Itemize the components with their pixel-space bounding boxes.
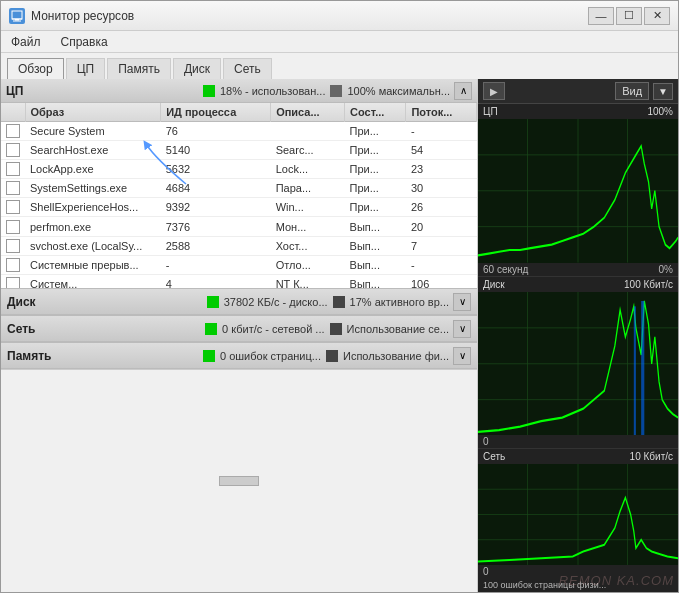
table-row[interactable]: LockApp.exe 5632 Lock... При... 23	[1, 160, 477, 179]
row-checkbox[interactable]	[6, 162, 20, 176]
cpu-expand-button[interactable]: ∧	[454, 82, 472, 100]
process-threads: 23	[406, 160, 477, 179]
tab-network[interactable]: Сеть	[223, 58, 272, 79]
svg-rect-7	[333, 296, 345, 308]
network-chart-title: Сеть	[483, 451, 505, 462]
svg-rect-2	[15, 19, 19, 21]
process-desc: Searc...	[271, 141, 345, 160]
tab-memory[interactable]: Память	[107, 58, 171, 79]
process-state: При...	[345, 122, 406, 141]
network-section-header[interactable]: Сеть 0 кбит/с - сетевой ... Использовани…	[1, 316, 477, 342]
process-threads: 7	[406, 236, 477, 255]
table-row[interactable]: SearchHost.exe 5140 Searc... При... 54	[1, 141, 477, 160]
view-label: Вид	[615, 82, 649, 100]
svg-rect-9	[330, 323, 342, 335]
col-threads[interactable]: Поток...	[406, 103, 477, 122]
process-name: ShellExperienceHos...	[25, 198, 161, 217]
minimize-button[interactable]: —	[588, 7, 614, 25]
menu-help[interactable]: Справка	[55, 33, 114, 51]
row-checkbox[interactable]	[6, 277, 20, 288]
disk-status2: 17% активного вр...	[350, 296, 449, 308]
menu-file[interactable]: Файл	[5, 33, 47, 51]
tab-cpu[interactable]: ЦП	[66, 58, 106, 79]
process-name: svchost.exe (LocalSy...	[25, 236, 161, 255]
charts-header: ▶ Вид ▼	[478, 79, 678, 104]
disk-chart: Диск 100 Кбит/с	[478, 277, 678, 450]
table-row[interactable]: perfmon.exe 7376 Мон... Вып... 20	[1, 217, 477, 236]
horizontal-scrollbar[interactable]	[219, 476, 259, 486]
close-button[interactable]: ✕	[644, 7, 670, 25]
col-image[interactable]: Образ	[25, 103, 161, 122]
process-desc: Хост...	[271, 236, 345, 255]
process-state: При...	[345, 179, 406, 198]
tab-overview[interactable]: Обзор	[7, 58, 64, 79]
col-state[interactable]: Сост...	[345, 103, 406, 122]
disk-title: Диск	[7, 295, 207, 309]
row-checkbox[interactable]	[6, 200, 20, 214]
disk-icon	[207, 296, 219, 308]
svg-rect-11	[326, 350, 338, 362]
table-row[interactable]: Secure System 76 При... -	[1, 122, 477, 141]
table-row[interactable]: ShellExperienceHos... 9392 Win... При...…	[1, 198, 477, 217]
row-checkbox[interactable]	[6, 181, 20, 195]
cpu-chart-header: ЦП 100%	[478, 104, 678, 119]
disk-chart-title: Диск	[483, 279, 505, 290]
tab-disk[interactable]: Диск	[173, 58, 221, 79]
memory-section-header[interactable]: Память 0 ошибок страниц... Использование…	[1, 343, 477, 369]
row-checkbox[interactable]	[6, 239, 20, 253]
process-state: Вып...	[345, 255, 406, 274]
col-pid[interactable]: ИД процесса	[161, 103, 271, 122]
svg-rect-6	[207, 296, 219, 308]
cpu-status: 18% - использован... 100% максимальн...	[203, 85, 450, 97]
process-pid: 7376	[161, 217, 271, 236]
col-desc[interactable]: Описа...	[271, 103, 345, 122]
watermark: REMON KA.COM	[559, 573, 674, 588]
row-checkbox[interactable]	[6, 124, 20, 138]
memory-status: 0 ошибок страниц... Использование фи...	[203, 350, 449, 362]
bottom-scroll[interactable]	[1, 369, 477, 592]
cpu-chart-max: 100%	[647, 106, 673, 117]
table-row[interactable]: Систем... 4 NT К... Вып... 106	[1, 274, 477, 288]
process-name: perfmon.exe	[25, 217, 161, 236]
svg-rect-5	[330, 85, 342, 97]
row-checkbox[interactable]	[6, 220, 20, 234]
table-row[interactable]: svchost.exe (LocalSy... 2588 Хост... Вып…	[1, 236, 477, 255]
process-name: Системные прерыв...	[25, 255, 161, 274]
process-name: Систем...	[25, 274, 161, 288]
tabbar: Обзор ЦП Память Диск Сеть	[1, 53, 678, 79]
process-desc: Пара...	[271, 179, 345, 198]
view-dropdown-button[interactable]: ▼	[653, 83, 673, 100]
right-panel: ▶ Вид ▼ ЦП 100%	[478, 79, 678, 592]
disk-section: Диск 37802 КБ/с - диско... 17% активного…	[1, 289, 477, 316]
process-threads: 106	[406, 274, 477, 288]
network-chart-header: Сеть 10 Кбит/с	[478, 449, 678, 464]
network-title: Сеть	[7, 322, 205, 336]
cpu-status2-icon	[330, 85, 342, 97]
process-pid: 4684	[161, 179, 271, 198]
main-window: Монитор ресурсов — ☐ ✕ Файл Справка Обзо…	[0, 0, 679, 593]
process-pid: -	[161, 255, 271, 274]
charts-nav-button[interactable]: ▶	[483, 82, 505, 100]
network-expand-button[interactable]: ∨	[453, 320, 471, 338]
maximize-button[interactable]: ☐	[616, 7, 642, 25]
cpu-section-header[interactable]: ЦП 18% - использован... 100% максимальн.…	[1, 79, 477, 103]
menubar: Файл Справка	[1, 31, 678, 53]
process-pid: 76	[161, 122, 271, 141]
disk-section-header[interactable]: Диск 37802 КБ/с - диско... 17% активного…	[1, 289, 477, 315]
network-status2: Использование се...	[347, 323, 449, 335]
process-name: Secure System	[25, 122, 161, 141]
disk-expand-button[interactable]: ∨	[453, 293, 471, 311]
process-state: При...	[345, 198, 406, 217]
process-threads: 30	[406, 179, 477, 198]
row-checkbox[interactable]	[6, 258, 20, 272]
table-row[interactable]: SystemSettings.exe 4684 Пара... При... 3…	[1, 179, 477, 198]
process-threads: 20	[406, 217, 477, 236]
cpu-section: ЦП 18% - использован... 100% максимальн.…	[1, 79, 477, 289]
cpu-table[interactable]: Образ ИД процесса Описа... Сост... Поток…	[1, 103, 477, 288]
network-icon2	[330, 323, 342, 335]
cpu-chart-title: ЦП	[483, 106, 498, 117]
row-checkbox[interactable]	[6, 143, 20, 157]
table-row[interactable]: Системные прерыв... - Отло... Вып... -	[1, 255, 477, 274]
memory-expand-button[interactable]: ∨	[453, 347, 471, 365]
process-state: Вып...	[345, 274, 406, 288]
